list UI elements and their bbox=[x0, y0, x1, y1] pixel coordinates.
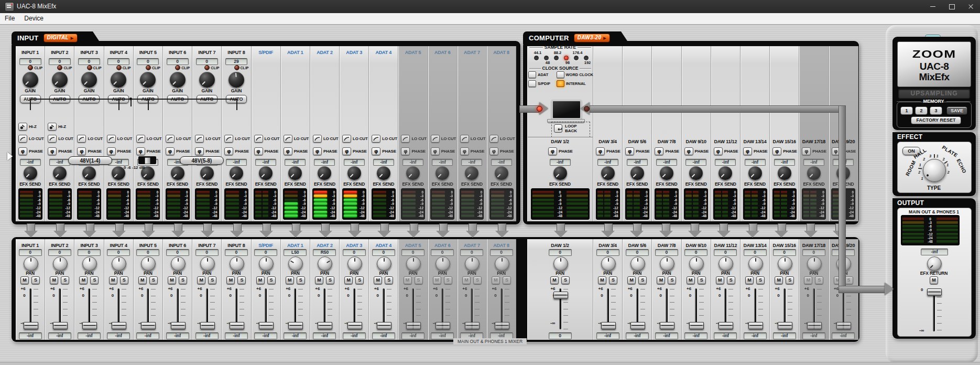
phase-toggle[interactable]: φ PHASE bbox=[548, 147, 573, 155]
locut-toggle[interactable]: LO CUT bbox=[77, 135, 103, 143]
pan-knob[interactable] bbox=[601, 256, 616, 271]
auto-gain-button[interactable]: AUTO bbox=[226, 95, 247, 103]
fader-handle[interactable] bbox=[200, 322, 215, 329]
solo-button[interactable]: S bbox=[355, 276, 364, 284]
pan-knob[interactable] bbox=[377, 256, 391, 271]
phase-toggle[interactable]: φ PHASE bbox=[48, 147, 72, 155]
locut-toggle[interactable]: LO CUT bbox=[254, 135, 280, 143]
fader-handle[interactable] bbox=[318, 322, 332, 329]
locut-toggle[interactable]: LO CUT bbox=[372, 135, 397, 143]
efx-send-knob[interactable] bbox=[465, 166, 478, 180]
phase-toggle[interactable]: φ PHASE bbox=[655, 147, 679, 155]
mute-button[interactable]: M bbox=[109, 276, 117, 284]
phase-toggle[interactable]: φ PHASE bbox=[224, 147, 249, 155]
gain-knob[interactable] bbox=[23, 72, 38, 88]
locut-toggle[interactable]: LO CUT bbox=[136, 135, 162, 143]
efx-send-knob[interactable] bbox=[807, 166, 821, 180]
efx-send-knob[interactable] bbox=[53, 166, 67, 180]
efx-send-knob[interactable] bbox=[601, 166, 615, 180]
locut-toggle[interactable]: LO CUT bbox=[18, 135, 44, 143]
pan-knob[interactable] bbox=[748, 256, 763, 271]
solo-button[interactable]: S bbox=[120, 276, 128, 284]
locut-toggle[interactable]: LO CUT bbox=[48, 135, 73, 143]
mute-button[interactable]: M bbox=[138, 276, 147, 284]
locut-toggle[interactable]: LO CUT bbox=[401, 135, 427, 143]
fader-handle[interactable] bbox=[171, 322, 186, 329]
fader-handle[interactable] bbox=[465, 322, 480, 329]
efx-send-knob[interactable] bbox=[553, 166, 567, 180]
auto-gain-button[interactable]: AUTO bbox=[137, 95, 158, 103]
gain-knob[interactable] bbox=[170, 72, 186, 88]
close-button[interactable] bbox=[961, 0, 980, 13]
pan-knob[interactable] bbox=[435, 256, 450, 271]
pan-knob[interactable] bbox=[230, 256, 244, 271]
pan-knob[interactable] bbox=[200, 256, 215, 271]
efx-send-knob[interactable] bbox=[112, 166, 125, 180]
mute-button[interactable]: M bbox=[745, 276, 754, 284]
phase-toggle[interactable]: φ PHASE bbox=[596, 147, 620, 155]
pan-knob[interactable] bbox=[318, 256, 332, 271]
phase-toggle[interactable]: φ PHASE bbox=[254, 147, 279, 155]
solo-button[interactable]: S bbox=[668, 276, 676, 284]
fader-handle[interactable] bbox=[778, 322, 792, 329]
mute-button[interactable]: M bbox=[687, 276, 695, 284]
mute-button[interactable]: M bbox=[50, 276, 58, 284]
fader-handle[interactable] bbox=[689, 322, 704, 329]
phase-toggle[interactable]: φ PHASE bbox=[489, 147, 514, 155]
pan-knob[interactable] bbox=[347, 256, 362, 271]
effect-type-knob[interactable] bbox=[923, 159, 946, 182]
mute-button[interactable]: M bbox=[286, 276, 294, 284]
gain-knob[interactable] bbox=[140, 72, 156, 88]
efx-send-knob[interactable] bbox=[82, 166, 96, 180]
locut-toggle[interactable]: LO CUT bbox=[107, 135, 133, 143]
phase-toggle[interactable]: φ PHASE bbox=[401, 147, 426, 155]
solo-button[interactable]: S bbox=[415, 276, 423, 284]
mute-button[interactable]: M bbox=[168, 276, 176, 284]
efx-send-knob[interactable] bbox=[200, 166, 214, 180]
mute-button[interactable]: M bbox=[79, 276, 88, 284]
efx-send-knob[interactable] bbox=[660, 166, 673, 180]
fader-handle[interactable] bbox=[259, 322, 274, 329]
mute-button[interactable]: M bbox=[775, 276, 783, 284]
pan-knob[interactable] bbox=[24, 256, 38, 271]
phase-toggle[interactable]: φ PHASE bbox=[342, 147, 367, 155]
mute-button[interactable]: M bbox=[550, 276, 559, 284]
phase-toggle[interactable]: φ PHASE bbox=[107, 147, 132, 155]
memory-2-button[interactable]: 2 bbox=[915, 106, 928, 115]
fader-handle[interactable] bbox=[24, 322, 38, 329]
auto-gain-button[interactable]: AUTO bbox=[197, 95, 217, 103]
pan-knob[interactable] bbox=[53, 256, 68, 271]
phase-toggle[interactable]: φ PHASE bbox=[18, 147, 43, 155]
phase-toggle[interactable]: φ PHASE bbox=[714, 147, 738, 155]
solo-button[interactable]: S bbox=[698, 276, 706, 284]
pan-knob[interactable] bbox=[630, 256, 645, 271]
phase-toggle[interactable]: φ PHASE bbox=[195, 147, 220, 155]
hiz-toggle[interactable]: Hi-Z bbox=[48, 123, 66, 131]
phase-toggle[interactable]: φ PHASE bbox=[166, 147, 190, 155]
solo-button[interactable]: S bbox=[385, 276, 393, 284]
fader-handle[interactable] bbox=[807, 322, 822, 329]
efx-send-knob[interactable] bbox=[318, 166, 331, 180]
phase-toggle[interactable]: φ PHASE bbox=[802, 147, 826, 155]
efx-send-knob[interactable] bbox=[748, 166, 762, 180]
solo-button[interactable]: S bbox=[326, 276, 334, 284]
mute-button[interactable]: M bbox=[716, 276, 724, 284]
fader-handle[interactable] bbox=[377, 322, 391, 329]
solo-button[interactable]: S bbox=[473, 276, 482, 284]
solo-button[interactable]: S bbox=[503, 276, 511, 284]
pan-knob[interactable] bbox=[406, 256, 421, 271]
pan-knob[interactable] bbox=[112, 256, 126, 271]
solo-button[interactable]: S bbox=[561, 276, 570, 284]
pan-knob[interactable] bbox=[718, 256, 733, 271]
mute-button[interactable]: M bbox=[315, 276, 323, 284]
phantom-48v-1-4-button[interactable]: 48V(1-4) bbox=[68, 156, 112, 165]
mute-button[interactable]: M bbox=[598, 276, 606, 284]
output-mute-button[interactable]: M bbox=[930, 276, 938, 284]
solo-button[interactable]: S bbox=[297, 276, 305, 284]
efx-send-knob[interactable] bbox=[347, 166, 361, 180]
pan-knob[interactable] bbox=[660, 256, 674, 271]
fader-handle[interactable] bbox=[288, 322, 303, 329]
efx-send-knob[interactable] bbox=[718, 166, 732, 180]
fader-handle[interactable] bbox=[601, 322, 616, 329]
samplerate-led[interactable] bbox=[584, 56, 589, 60]
